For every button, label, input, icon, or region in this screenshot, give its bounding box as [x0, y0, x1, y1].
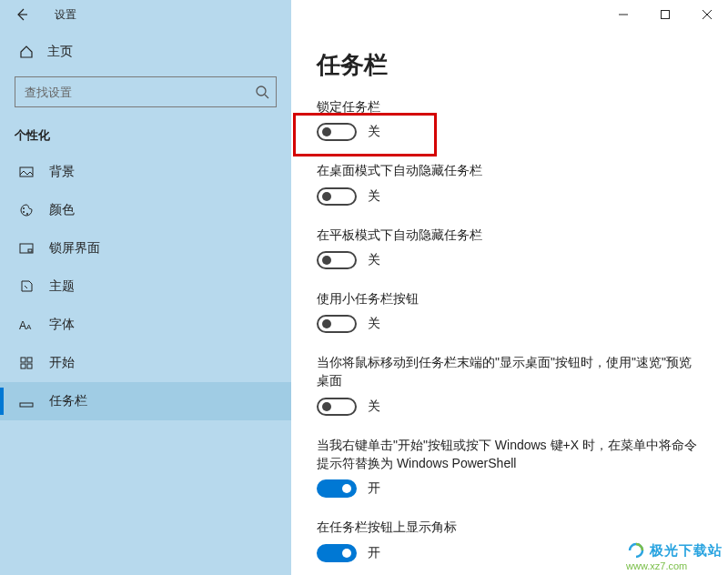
- sidebar: 主页 个性化 背景 颜色 锁屏界面: [0, 29, 291, 575]
- taskbar-icon: [18, 393, 35, 409]
- picture-icon: [18, 164, 35, 180]
- svg-rect-14: [21, 358, 25, 362]
- setting-label: 在桌面模式下自动隐藏任务栏: [317, 161, 703, 179]
- nav-label: 锁屏界面: [49, 240, 100, 257]
- svg-point-4: [257, 86, 266, 96]
- nav-label: 背景: [49, 164, 75, 180]
- toggle-knob: [322, 192, 331, 201]
- setting-peek: 当你将鼠标移动到任务栏末端的"显示桌面"按钮时，使用"速览"预览桌面 关: [317, 353, 703, 416]
- search-icon: [255, 85, 269, 99]
- search-wrap: [15, 76, 277, 107]
- nav-item-taskbar[interactable]: 任务栏: [0, 382, 291, 420]
- toggle-autohide-tablet[interactable]: [317, 251, 357, 269]
- svg-rect-11: [28, 249, 32, 252]
- svg-rect-17: [27, 364, 32, 368]
- svg-rect-18: [20, 403, 33, 407]
- toggle-peek[interactable]: [317, 398, 357, 416]
- minimize-button[interactable]: [602, 0, 644, 29]
- search-input[interactable]: [15, 76, 277, 107]
- toggle-row: 关: [317, 315, 703, 333]
- toggle-badges[interactable]: [317, 544, 357, 562]
- maximize-button[interactable]: [644, 0, 686, 29]
- setting-badges: 在任务栏按钮上显示角标 开: [317, 518, 703, 561]
- svg-point-8: [23, 211, 25, 213]
- toggle-row: 关: [317, 398, 703, 416]
- toggle-state: 开: [368, 545, 380, 561]
- setting-lock-taskbar: 锁定任务栏 关: [317, 97, 703, 141]
- nav-label: 颜色: [49, 202, 75, 218]
- setting-small-buttons: 使用小任务栏按钮 关: [317, 289, 703, 333]
- toggle-row: 开: [317, 479, 703, 498]
- toggle-row: 开: [317, 544, 703, 562]
- setting-label: 锁定任务栏: [317, 97, 703, 116]
- setting-label: 在平板模式下自动隐藏任务栏: [317, 226, 703, 244]
- nav-label: 任务栏: [49, 393, 87, 409]
- nav-item-background[interactable]: 背景: [0, 153, 291, 191]
- setting-label: 使用小任务栏按钮: [317, 289, 703, 308]
- back-button[interactable]: [0, 0, 44, 29]
- toggle-small-buttons[interactable]: [317, 315, 357, 333]
- toggle-state: 关: [368, 316, 380, 332]
- settings-window: 设置 主页: [0, 0, 728, 575]
- setting-label: 当你将鼠标移动到任务栏末端的"显示桌面"按钮时，使用"速览"预览桌面: [317, 353, 703, 390]
- setting-autohide-desktop: 在桌面模式下自动隐藏任务栏 关: [317, 161, 703, 205]
- toggle-state: 开: [368, 480, 380, 497]
- nav-item-font[interactable]: AA 字体: [0, 306, 291, 344]
- home-icon: [18, 44, 35, 60]
- toggle-row: 关: [317, 123, 703, 141]
- minimize-icon: [619, 10, 628, 19]
- toggle-state: 关: [368, 398, 380, 415]
- setting-powershell: 当我右键单击"开始"按钮或按下 Windows 键+X 时，在菜单中将命令提示符…: [317, 436, 703, 499]
- nav-item-lockscreen[interactable]: 锁屏界面: [0, 229, 291, 267]
- svg-rect-6: [20, 167, 33, 177]
- nav-item-start[interactable]: 开始: [0, 344, 291, 382]
- toggle-knob: [322, 402, 331, 411]
- toggle-powershell[interactable]: [317, 479, 357, 498]
- nav-label: 主题: [49, 278, 75, 295]
- svg-text:A: A: [26, 323, 32, 331]
- toggle-knob: [342, 549, 351, 558]
- home-link[interactable]: 主页: [0, 36, 291, 67]
- maximize-icon: [661, 10, 670, 19]
- toggle-lock-taskbar[interactable]: [317, 123, 357, 141]
- close-icon: [703, 10, 712, 19]
- window-title: 设置: [44, 0, 291, 29]
- toggle-row: 关: [317, 251, 703, 269]
- main-content: 任务栏 锁定任务栏 关 在桌面模式下自动隐藏任务栏 关 在平板模式下自动隐藏任务…: [291, 29, 728, 575]
- toggle-knob: [322, 127, 331, 136]
- toggle-autohide-desktop[interactable]: [317, 187, 357, 206]
- titlebar-left: 设置: [0, 0, 291, 29]
- svg-point-7: [23, 207, 25, 209]
- nav-item-theme[interactable]: 主题: [0, 267, 291, 306]
- svg-text:A: A: [19, 319, 26, 332]
- window-controls: [602, 0, 728, 29]
- body: 主页 个性化 背景 颜色 锁屏界面: [0, 29, 728, 575]
- lockscreen-icon: [18, 240, 35, 257]
- toggle-state: 关: [368, 188, 380, 205]
- nav-item-color[interactable]: 颜色: [0, 191, 291, 229]
- nav-label: 字体: [49, 317, 75, 333]
- setting-autohide-tablet: 在平板模式下自动隐藏任务栏 关: [317, 226, 703, 269]
- toggle-knob: [342, 484, 351, 493]
- svg-line-5: [265, 95, 268, 98]
- theme-icon: [18, 278, 35, 295]
- start-icon: [18, 355, 35, 371]
- titlebar: 设置: [0, 0, 728, 29]
- svg-point-9: [26, 213, 28, 215]
- arrow-left-icon: [14, 6, 30, 23]
- toggle-state: 关: [368, 252, 380, 268]
- svg-rect-16: [21, 364, 25, 368]
- toggle-row: 关: [317, 187, 703, 206]
- toggle-state: 关: [368, 124, 380, 140]
- home-label: 主页: [47, 44, 73, 60]
- page-title: 任务栏: [317, 49, 703, 81]
- palette-icon: [18, 202, 35, 218]
- svg-rect-15: [27, 358, 32, 362]
- toggle-knob: [322, 319, 331, 328]
- setting-label: 在任务栏按钮上显示角标: [317, 518, 703, 536]
- close-button[interactable]: [686, 0, 728, 29]
- svg-rect-1: [662, 11, 670, 19]
- toggle-knob: [322, 256, 331, 265]
- group-title: 个性化: [0, 122, 291, 153]
- setting-label: 当我右键单击"开始"按钮或按下 Windows 键+X 时，在菜单中将命令提示符…: [317, 436, 703, 473]
